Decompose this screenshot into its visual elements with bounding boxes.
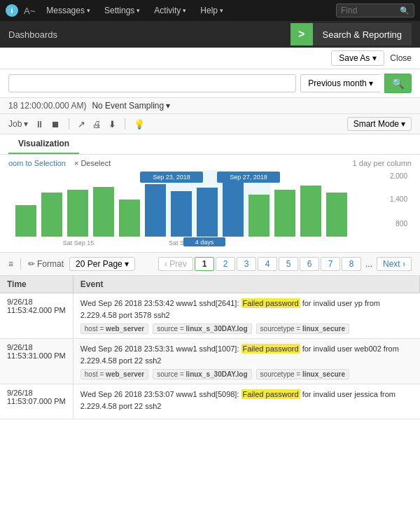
pagination-row: ≡ ✏ Format 20 Per Page ▾ ‹ Prev 1 2 3 4 … — [0, 253, 420, 276]
chevron-down-icon: ▾ — [125, 259, 129, 269]
results-table-wrap: Time Event 9/26/1811:53:42.000 PMWed Sep… — [0, 276, 420, 419]
meta-pill[interactable]: source = linux_s_30DAY.log — [153, 323, 251, 334]
app-name-area: > Search & Reporting — [290, 23, 412, 46]
time-cell: 9/26/1811:53:31.000 PM — [0, 339, 73, 384]
svg-rect-16 — [326, 193, 347, 237]
nav-settings[interactable]: Settings ▾ — [99, 6, 146, 15]
separator — [69, 118, 69, 130]
toolbar: Save As ▾ Close — [0, 48, 420, 69]
svg-rect-12 — [223, 183, 244, 237]
event-sampling-button[interactable]: No Event Sampling ▾ — [92, 101, 170, 111]
meta-pill[interactable]: host = web_server — [80, 323, 148, 334]
chart-controls: oom to Selection × Deselect 1 day per co… — [8, 159, 412, 167]
svg-rect-7 — [93, 187, 114, 237]
svg-text:2,000: 2,000 — [390, 172, 407, 180]
job-button[interactable]: Job ▾ — [8, 119, 28, 129]
app-logo: > — [290, 23, 313, 46]
page-7-button[interactable]: 7 — [321, 257, 340, 271]
page-5-button[interactable]: 5 — [279, 257, 298, 271]
find-box[interactable]: 🔍 — [336, 4, 414, 18]
page-2-button[interactable]: 2 — [216, 257, 235, 271]
chevron-down-icon: ▾ — [372, 53, 377, 63]
tab-visualization[interactable]: Visualization — [8, 134, 79, 154]
chart-column-info: 1 day per column — [353, 159, 412, 167]
table-row: 9/26/1811:53:42.000 PMWed Sep 26 2018 23… — [0, 293, 420, 339]
chevron-down-icon: ▾ — [369, 78, 373, 88]
app-header: Dashboards > Search & Reporting — [0, 21, 420, 48]
svg-rect-6 — [67, 190, 88, 237]
top-nav: i A~ Messages ▾ Settings ▾ Activity ▾ He… — [0, 0, 420, 21]
svg-rect-9 — [145, 184, 166, 237]
svg-rect-11 — [197, 188, 218, 237]
meta-pill[interactable]: sourcetype = linux_secure — [256, 369, 349, 379]
search-button[interactable]: 🔍 — [384, 74, 412, 93]
svg-rect-8 — [119, 200, 140, 237]
search-icon: 🔍 — [392, 78, 404, 89]
svg-rect-14 — [274, 190, 295, 237]
chart-controls-left: oom to Selection × Deselect — [8, 159, 111, 167]
chart-svg: 2,000 1,400 800 — [8, 170, 412, 249]
results-table: Time Event 9/26/1811:53:42.000 PMWed Sep… — [0, 276, 420, 419]
meta-pill[interactable]: source = linux_s_30DAY.log — [153, 369, 251, 379]
per-page-button[interactable]: 20 Per Page ▾ — [69, 257, 135, 271]
highlight: Failed password — [241, 389, 300, 399]
page-1-button[interactable]: 1 — [195, 257, 214, 271]
highlight: Failed password — [241, 298, 300, 308]
search-input[interactable] — [8, 74, 296, 92]
nav-help[interactable]: Help ▾ — [195, 6, 229, 15]
meta-row: host = web_serversource = linux_s_30DAY.… — [80, 323, 413, 334]
app-name: Search & Reporting — [313, 23, 412, 46]
time-range-button[interactable]: Previous month ▾ — [300, 74, 380, 92]
chevron-down-icon: ▾ — [136, 7, 140, 14]
svg-rect-13 — [248, 195, 270, 237]
bulb-icon: 💡 — [134, 119, 145, 130]
nav-activity[interactable]: Activity ▾ — [148, 6, 192, 15]
event-cell: Wed Sep 26 2018 23:53:31 www1 sshd[1007]… — [73, 339, 419, 384]
nav-arrow-icon: A~ — [21, 6, 38, 16]
col-time: Time — [0, 276, 73, 293]
chevron-down-icon: ▾ — [401, 119, 405, 129]
close-button[interactable]: Close — [390, 53, 412, 63]
options-row: 18 12:00:00.000 AM) No Event Sampling ▾ — [0, 98, 420, 114]
find-input[interactable] — [341, 6, 397, 15]
chevron-down-icon: ▾ — [24, 119, 28, 129]
timestamp-label: 18 12:00:00.000 AM) — [8, 101, 86, 111]
print-icon[interactable]: 🖨 — [92, 119, 102, 130]
smart-mode-button[interactable]: Smart Mode ▾ — [347, 117, 412, 131]
job-row: Job ▾ ⏸ ⏹ ↗ 🖨 ⬇ 💡 Smart Mode ▾ — [0, 114, 420, 134]
svg-rect-5 — [41, 193, 62, 237]
export-icon[interactable]: ⬇ — [108, 119, 116, 130]
time-cell: 9/26/1811:53:07.000 PM — [0, 384, 73, 419]
chart-area: oom to Selection × Deselect 1 day per co… — [0, 155, 420, 253]
meta-row: host = web_serversource = linux_s_30DAY.… — [80, 369, 413, 379]
svg-text:Sat S: Sat S — [169, 239, 184, 246]
zoom-to-selection-button[interactable]: oom to Selection — [8, 159, 66, 167]
meta-pill[interactable]: sourcetype = linux_secure — [256, 323, 349, 334]
pause-icon[interactable]: ⏸ — [35, 119, 44, 130]
deselect-button[interactable]: × Deselect — [74, 159, 111, 167]
nav-messages[interactable]: Messages ▾ — [41, 6, 96, 15]
list-btn[interactable]: ≡ — [8, 259, 13, 269]
separator — [125, 118, 125, 130]
svg-text:1,400: 1,400 — [390, 195, 407, 203]
share-icon[interactable]: ↗ — [78, 119, 85, 130]
prev-page-button[interactable]: ‹ Prev — [158, 257, 193, 271]
svg-text:Sat Sep 15: Sat Sep 15 — [63, 239, 94, 246]
save-as-button[interactable]: Save As ▾ — [331, 50, 384, 66]
svg-rect-4 — [15, 205, 36, 237]
page-8-button[interactable]: 8 — [342, 257, 361, 271]
col-event: Event — [73, 276, 419, 293]
next-page-button[interactable]: Next › — [377, 257, 412, 271]
info-icon[interactable]: i — [6, 4, 18, 17]
svg-text:Sep 27, 2018: Sep 27, 2018 — [230, 174, 267, 181]
stop-icon[interactable]: ⏹ — [51, 119, 60, 130]
page-4-button[interactable]: 4 — [258, 257, 277, 271]
page-6-button[interactable]: 6 — [300, 257, 319, 271]
table-row: 9/26/1811:53:31.000 PMWed Sep 26 2018 23… — [0, 339, 420, 384]
format-button[interactable]: ✏ Format — [28, 259, 64, 269]
meta-pill[interactable]: host = web_server — [80, 369, 148, 379]
event-cell: Wed Sep 26 2018 23:53:07 www1 sshd[5098]… — [73, 384, 419, 419]
page-3-button[interactable]: 3 — [237, 257, 256, 271]
page-dots: ... — [363, 258, 375, 270]
svg-rect-15 — [300, 186, 321, 237]
